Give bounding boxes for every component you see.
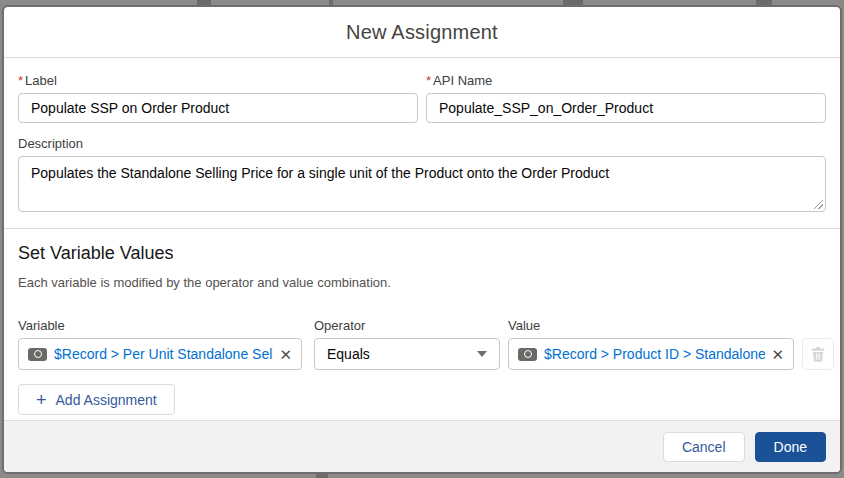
description-field-label: Description bbox=[18, 136, 826, 151]
trash-icon bbox=[811, 347, 825, 362]
currency-icon bbox=[518, 348, 537, 361]
modal-body: *Label *API Name Description Populates t… bbox=[4, 58, 840, 415]
api-name-field-label: *API Name bbox=[426, 73, 826, 88]
background-artifact bbox=[316, 474, 328, 478]
label-input[interactable] bbox=[18, 93, 418, 123]
add-assignment-button[interactable]: + Add Assignment bbox=[18, 384, 175, 415]
value-field-group: Value $Record > Product ID > Standalone … bbox=[508, 318, 794, 370]
required-asterisk: * bbox=[18, 73, 23, 88]
add-assignment-label: Add Assignment bbox=[56, 392, 157, 408]
label-field-group: *Label bbox=[18, 73, 418, 123]
done-button[interactable]: Done bbox=[755, 432, 826, 462]
clear-icon[interactable]: ✕ bbox=[279, 347, 292, 362]
variable-field-group: Variable $Record > Per Unit Standalone S… bbox=[18, 318, 302, 370]
value-pill-text: $Record > Product ID > Standalone ... bbox=[544, 346, 765, 362]
value-label: Value bbox=[508, 318, 794, 333]
operator-label: Operator bbox=[314, 318, 500, 333]
cancel-button[interactable]: Cancel bbox=[663, 432, 745, 462]
value-combobox[interactable]: $Record > Product ID > Standalone ... ✕ bbox=[508, 338, 794, 370]
delete-assignment-button[interactable] bbox=[802, 338, 834, 370]
description-field-group: Description Populates the Standalone Sel… bbox=[18, 136, 826, 212]
new-assignment-modal: New Assignment *Label *API Name Descript… bbox=[2, 5, 842, 474]
section-title: Set Variable Values bbox=[18, 243, 826, 264]
plus-icon: + bbox=[36, 391, 47, 409]
clear-icon[interactable]: ✕ bbox=[771, 347, 784, 362]
assignment-row: Variable $Record > Per Unit Standalone S… bbox=[18, 318, 826, 370]
page-title: New Assignment bbox=[346, 21, 498, 44]
operator-select[interactable]: Equals bbox=[314, 338, 500, 370]
variable-pill-text: $Record > Per Unit Standalone Sellin... bbox=[54, 346, 273, 362]
modal-header: New Assignment bbox=[4, 7, 840, 58]
description-textarea[interactable]: Populates the Standalone Selling Price f… bbox=[18, 156, 826, 212]
variable-label: Variable bbox=[18, 318, 302, 333]
section-divider bbox=[4, 228, 840, 229]
variable-combobox[interactable]: $Record > Per Unit Standalone Sellin... … bbox=[18, 338, 302, 370]
dropdown-icon bbox=[477, 351, 487, 357]
currency-icon bbox=[28, 348, 47, 361]
api-name-input[interactable] bbox=[426, 93, 826, 123]
section-subtitle: Each variable is modified by the operato… bbox=[18, 275, 826, 290]
modal-footer: Cancel Done bbox=[4, 420, 840, 472]
operator-field-group: Operator Equals bbox=[314, 318, 500, 370]
api-name-field-group: *API Name bbox=[426, 73, 826, 123]
operator-selected-value: Equals bbox=[324, 346, 477, 362]
required-asterisk: * bbox=[426, 73, 431, 88]
label-field-label: *Label bbox=[18, 73, 418, 88]
resize-handle[interactable] bbox=[814, 200, 823, 209]
